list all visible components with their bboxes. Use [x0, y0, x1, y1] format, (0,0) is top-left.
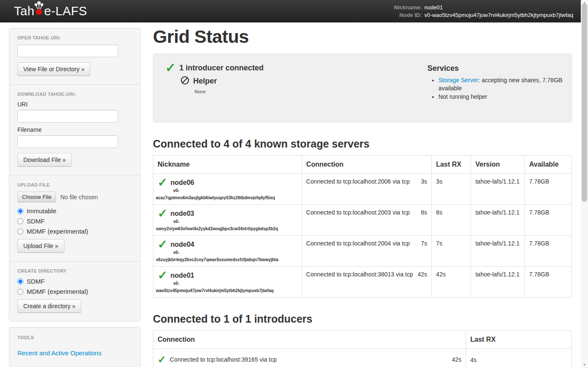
upload-radio-mdmf-label: MDMF (experimental)	[27, 228, 88, 235]
introducer-status-text: 1 introducer connected	[179, 64, 263, 72]
storage-table-header-row: Nickname Connection Last RX Version Avai…	[153, 156, 572, 174]
create-directory-section: CREATE DIRECTORY SDMF MDMF (experimental…	[9, 261, 140, 321]
service-storage-item: Storage Server: accepting new shares, 7.…	[438, 76, 563, 92]
table-row: ✓ node01 v0- wao5tzv45pmoju47jow7rvl4uki…	[153, 267, 572, 298]
available-cell: 7.78GB	[525, 267, 572, 298]
download-filename-input[interactable]	[17, 135, 118, 148]
connection-time: 3s	[421, 178, 427, 185]
createdir-radio-mdmf-input[interactable]	[17, 289, 23, 295]
nickname-label: Nickname:	[394, 4, 422, 11]
connection-cell: Connected to tcp:localhost:2006 via tcp …	[302, 174, 432, 205]
server-nickname: node04	[170, 241, 194, 248]
helper-title: Helper	[193, 77, 217, 86]
download-uri-section: DOWNLOAD TAHOE-URI: URI Filename Downloa…	[9, 84, 140, 175]
open-uri-section: OPEN TAHOE-URI: View File or Directory »	[9, 28, 140, 84]
nickname-cell: ✓ node04 v0- v6zuyjkbrrkqy2bvc2cny7qwax5…	[153, 236, 302, 267]
connection-cell: Connected to tcp:localhost:2004 via tcp …	[302, 236, 432, 267]
server-nickname: node06	[170, 179, 194, 187]
introducers-heading: Connected to 1 of 1 introducers	[153, 313, 572, 325]
col-connection: Connection	[153, 331, 466, 349]
createdir-radio-sdmf[interactable]: SDMF	[17, 278, 132, 285]
helper-status-line: Helper	[180, 76, 427, 86]
create-directory-label: CREATE DIRECTORY	[17, 268, 132, 273]
connection-cell: ✓ Connected to tcp:localhost:39165 via t…	[153, 349, 466, 368]
last-rx-cell: 8s	[432, 205, 471, 236]
available-cell: 7.78GB	[525, 174, 572, 205]
upload-radio-sdmf[interactable]: SDMF	[17, 217, 132, 225]
no-file-chosen-text: No file chosen	[60, 194, 98, 201]
table-row: ✓ node03 v0- swny2viyw63ofxwi4x2yykd2woq…	[153, 205, 572, 236]
table-row: ✓ node04 v0- v6zuyjkbrrkqy2bvc2cny7qwax5…	[153, 236, 572, 267]
connection-text: Connected to tcp:localhost:39165 via tcp	[170, 356, 277, 363]
col-connection: Connection	[302, 156, 432, 174]
tahoe-seed-icon	[35, 6, 44, 15]
available-cell: 7.78GB	[525, 205, 572, 236]
col-last-rx: Last RX	[466, 331, 572, 349]
upload-radio-sdmf-label: SDMF	[27, 217, 45, 225]
filename-field-label: Filename	[17, 126, 132, 133]
tahoe-lafs-logo[interactable]: Tah e-LAFS	[14, 4, 87, 18]
col-last-rx: Last RX	[432, 156, 471, 174]
last-rx-cell: 7s	[432, 236, 471, 267]
connection-cell: Connected to tcp:localhost:38013 via tcp…	[302, 267, 432, 298]
server-id-prefix: v0-	[173, 250, 297, 255]
connection-time: 42s	[418, 271, 427, 278]
open-uri-input[interactable]	[17, 45, 118, 57]
recent-operations-link[interactable]: Recent and Active Operations	[17, 349, 101, 357]
createdir-radio-sdmf-input[interactable]	[17, 279, 23, 284]
connection-text: Connected to tcp:localhost:2004 via tcp	[306, 240, 410, 247]
nickname-cell: ✓ node06 v0- acaz7qptmeo6m3asjlgkb6iwlyu…	[153, 174, 302, 205]
brand-text-post: e-LAFS	[44, 4, 87, 18]
upload-file-label: UPLOAD FILE	[17, 182, 132, 187]
connection-time: 42s	[452, 356, 462, 363]
check-icon: ✓	[158, 209, 167, 218]
create-directory-button[interactable]: Create a directory »	[17, 299, 81, 313]
introducers-table-header-row: Connection Last RX	[153, 331, 572, 349]
view-file-button[interactable]: View File or Directory »	[17, 62, 90, 76]
check-icon: ✓	[158, 271, 167, 280]
connection-cell: Connected to tcp:localhost:2003 via tcp …	[302, 205, 432, 236]
createdir-radio-mdmf[interactable]: MDMF (experimental)	[17, 288, 132, 295]
download-file-button[interactable]: Download File »	[17, 153, 72, 167]
last-rx-cell: 3s	[432, 174, 471, 205]
storage-server-link[interactable]: Storage Server	[438, 77, 478, 84]
col-nickname: Nickname	[153, 156, 302, 174]
upload-radio-immutable-input[interactable]	[17, 208, 23, 214]
tools-panel: TOOLS Recent and Active Operations	[9, 327, 141, 367]
scrollbar-thumb[interactable]	[582, 3, 587, 202]
upload-radio-mdmf-input[interactable]	[17, 229, 23, 234]
table-row: ✓ node06 v0- acaz7qptmeo6m3asjlgkb6iwlyu…	[153, 174, 572, 205]
version-cell: tahoe-lafs/1.12.1	[471, 236, 525, 267]
server-id: wao5tzv45pmoju47jow7rvl4ukirjm5ytbh2kjty…	[156, 288, 297, 293]
node-id-label: Node ID:	[394, 12, 422, 19]
last-rx-cell: 4s	[466, 349, 572, 368]
col-version: Version	[471, 156, 525, 174]
version-cell: tahoe-lafs/1.12.1	[471, 205, 525, 236]
brand-text-pre: Tah	[14, 4, 34, 18]
connection-text: Connected to tcp:localhost:2003 via tcp	[306, 209, 410, 216]
introducer-status-line: ✓ 1 introducer connected	[165, 63, 427, 72]
download-uri-input[interactable]	[17, 110, 118, 123]
storage-servers-heading: Connected to 4 of 4 known storage server…	[153, 138, 572, 150]
table-row: ✓ Connected to tcp:localhost:39165 via t…	[153, 349, 572, 368]
connection-time: 7s	[421, 240, 427, 247]
service-helper-item: Not running helper	[438, 93, 563, 101]
server-id: v6zuyjkbrrkqy2bvc2cny7qwax5sxumedsxfzfjw…	[156, 257, 297, 262]
version-cell: tahoe-lafs/1.12.1	[471, 174, 525, 205]
page-title: Grid Status	[153, 26, 572, 47]
upload-radio-sdmf-input[interactable]	[17, 218, 23, 224]
vertical-scrollbar[interactable]: ▲ ▼	[581, 0, 588, 368]
introducers-table: Connection Last RX ✓ Connected to tcp:lo…	[153, 330, 572, 368]
connection-text: Connected to tcp:localhost:38013 via tcp	[306, 271, 413, 278]
main-content: Grid Status ✓ 1 introducer connected Hel…	[153, 22, 572, 368]
upload-radio-immutable-label: Immutable	[27, 207, 56, 215]
server-nickname: node01	[170, 272, 194, 279]
status-left-column: ✓ 1 introducer connected Helper None	[165, 63, 427, 112]
scroll-down-icon[interactable]: ▼	[581, 362, 588, 368]
connection-time: 8s	[421, 209, 427, 216]
upload-radio-immutable[interactable]: Immutable	[17, 207, 132, 215]
upload-radio-mdmf[interactable]: MDMF (experimental)	[17, 228, 132, 235]
choose-file-button[interactable]: Choose File	[17, 192, 56, 202]
upload-file-button[interactable]: Upload File »	[17, 239, 64, 253]
version-cell: tahoe-lafs/1.12.1	[471, 267, 525, 298]
